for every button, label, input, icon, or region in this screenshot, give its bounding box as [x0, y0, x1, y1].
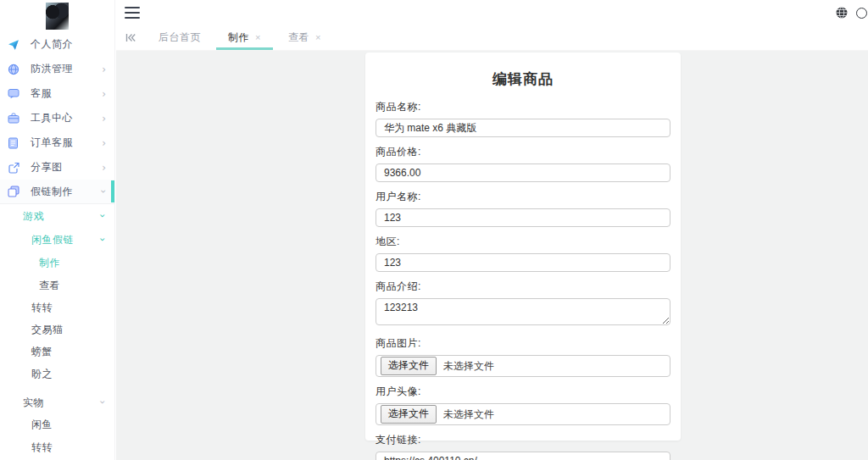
submenu-item-label: 螃蟹 [31, 345, 53, 359]
sidebar-item-fake-link-maker[interactable]: 假链制作 › [0, 180, 114, 204]
region-field: 地区: [376, 235, 670, 272]
submenu-item-label: 盼之 [31, 367, 53, 381]
choose-file-button[interactable]: 选择文件 [381, 405, 437, 424]
chevron-right-icon: › [102, 64, 106, 75]
submenu-item-zhuanzhuan[interactable]: 转转 [0, 297, 114, 319]
edit-product-form: 商品名称: 商品价格: 用户名称: 地区: 商品介绍: 12 [376, 100, 670, 460]
field-label: 支付链接: [376, 433, 670, 447]
chevron-down-icon: › [97, 213, 107, 218]
submenu-item-jiaoyimao[interactable]: 交易猫 [0, 319, 114, 341]
submenu-item-physical-goods[interactable]: 实物 › [0, 391, 114, 413]
tab-bar: 后台首页 制作 × 查看 × [116, 25, 868, 51]
tab-view[interactable]: 查看 × [275, 25, 335, 50]
product-description-field: 商品介绍: 123213 [376, 280, 670, 329]
submenu-item-xianyu-fake-link[interactable]: 闲鱼假链 › [0, 228, 114, 252]
field-label: 用户头像: [376, 385, 670, 399]
chevron-right-icon: › [102, 163, 106, 173]
close-icon[interactable]: × [255, 33, 261, 42]
globe-icon[interactable] [836, 7, 848, 19]
sidebar-avatar-area [0, 0, 114, 32]
tab-label: 制作 [228, 30, 249, 45]
sidebar-item-label: 防洪管理 [31, 62, 73, 76]
submenu-item-games[interactable]: 游戏 › [0, 204, 114, 228]
product-image-field: 商品图片: 选择文件 未选择文件 [376, 336, 670, 377]
sidebar-item-label: 工具中心 [31, 111, 73, 125]
submenu-item-make[interactable]: 制作 [0, 252, 114, 274]
user-avatar-field: 用户头像: 选择文件 未选择文件 [376, 385, 670, 425]
sidebar-item-label: 分享图 [31, 160, 63, 175]
region-input[interactable] [376, 253, 670, 272]
submenu-item-label: 实物 [23, 396, 44, 410]
sidebar-item-label: 个人简介 [31, 37, 73, 52]
user-name-field: 用户名称: [376, 190, 670, 227]
chevron-right-icon: › [102, 138, 106, 148]
close-icon[interactable]: × [315, 33, 321, 42]
share-icon [7, 161, 19, 174]
submenu-item-panzhi[interactable]: 盼之 [0, 363, 114, 385]
sidebar-item-label: 客服 [31, 86, 52, 101]
submenu-item-xianyu[interactable]: 闲鱼 [0, 413, 114, 436]
sidebar-item-label: 订单客服 [31, 136, 73, 150]
choose-file-button[interactable]: 选择文件 [381, 357, 437, 375]
payment-link-field: 支付链接: [376, 433, 670, 460]
no-file-selected-text: 未选择文件 [443, 359, 494, 374]
sidebar: 个人简介 防洪管理 › 客服 › 工具中心 › [0, 0, 115, 460]
submenu-item-label: 制作 [39, 256, 60, 270]
tab-label: 后台首页 [159, 30, 201, 45]
page-title: 编辑商品 [376, 69, 670, 89]
edit-product-form-card: 编辑商品 商品名称: 商品价格: 用户名称: 地区: [365, 53, 681, 441]
user-name-input[interactable] [376, 208, 670, 227]
user-avatar-file-input[interactable]: 选择文件 未选择文件 [376, 403, 670, 425]
tab-make[interactable]: 制作 × [214, 25, 275, 50]
sidebar-item-profile[interactable]: 个人简介 [0, 32, 114, 57]
sidebar-item-customer-service[interactable]: 客服 › [0, 81, 114, 106]
submenu-item-label: 闲鱼假链 [31, 233, 74, 247]
sidebar-item-flood-management[interactable]: 防洪管理 › [0, 57, 114, 81]
top-header [116, 0, 868, 25]
submenu-item-view[interactable]: 查看 [0, 274, 114, 297]
chat-icon [7, 87, 19, 100]
sidebar-item-order-service[interactable]: 订单客服 › [0, 130, 114, 155]
hamburger-menu-icon[interactable] [125, 7, 140, 19]
field-label: 商品价格: [376, 145, 670, 159]
product-image-file-input[interactable]: 选择文件 未选择文件 [376, 355, 670, 377]
submenu-item-label: 查看 [39, 279, 60, 293]
field-label: 地区: [376, 235, 670, 249]
main-content: 编辑商品 商品名称: 商品价格: 用户名称: 地区: [116, 51, 868, 460]
chevron-right-icon: › [102, 89, 106, 99]
submenu-item-label: 闲鱼 [31, 418, 53, 432]
field-label: 商品名称: [376, 100, 670, 114]
field-label: 商品图片: [376, 336, 670, 351]
submenu-item-label: 转转 [31, 301, 53, 315]
chevron-right-icon: › [102, 114, 106, 124]
field-label: 商品介绍: [376, 280, 670, 294]
field-label: 用户名称: [376, 190, 670, 204]
submenu-item-zhuanzhuan-2[interactable]: 转转 [0, 436, 114, 458]
sidebar-item-tool-center[interactable]: 工具中心 › [0, 106, 114, 130]
collapse-tabs-icon[interactable] [116, 25, 145, 50]
sidebar-item-share-image[interactable]: 分享图 › [0, 155, 114, 180]
submenu-item-pangxie[interactable]: 螃蟹 [0, 341, 114, 363]
product-name-input[interactable] [376, 119, 670, 137]
user-avatar[interactable] [46, 3, 69, 30]
globe-icon [7, 63, 19, 75]
document-icon [7, 136, 19, 149]
tab-label: 查看 [288, 30, 309, 45]
submenu-item-label: 转转 [31, 441, 53, 455]
payment-link-input[interactable] [376, 452, 670, 460]
sidebar-item-label: 假链制作 [31, 185, 73, 199]
circle-icon[interactable] [856, 8, 867, 19]
copy-icon [7, 186, 19, 198]
product-description-textarea[interactable]: 123213 [376, 298, 670, 325]
chevron-down-icon: › [99, 190, 109, 194]
product-price-input[interactable] [376, 163, 670, 182]
tab-backend-home[interactable]: 后台首页 [145, 25, 214, 50]
product-name-field: 商品名称: [376, 100, 670, 137]
submenu-item-label: 交易猫 [31, 323, 64, 337]
briefcase-icon [7, 112, 19, 125]
header-right-icons [836, 7, 861, 19]
chevron-down-icon: › [97, 237, 107, 241]
product-price-field: 商品价格: [376, 145, 670, 182]
no-file-selected-text: 未选择文件 [443, 407, 494, 422]
paper-plane-icon [7, 38, 19, 51]
